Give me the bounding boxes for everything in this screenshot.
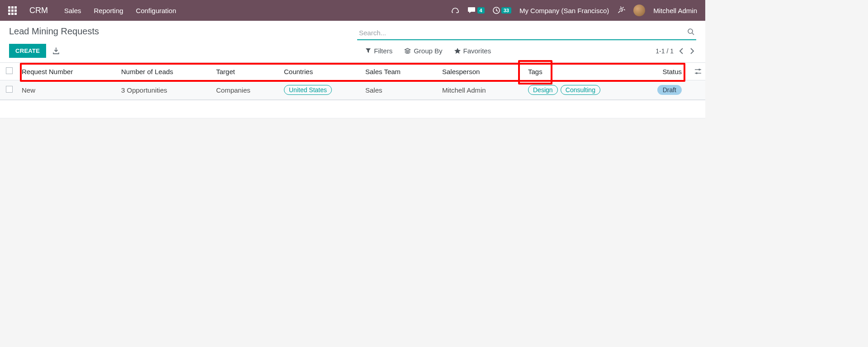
header-request-number[interactable]: Request Number — [18, 63, 118, 80]
cell-request-number: New — [18, 80, 118, 100]
select-all-checkbox[interactable] — [6, 67, 13, 74]
header-sales-team[interactable]: Sales Team — [362, 63, 439, 80]
search-input[interactable] — [357, 26, 696, 40]
top-navbar: CRM Sales Reporting Configuration 4 33 M… — [0, 0, 705, 21]
header-salesperson[interactable]: Salesperson — [439, 63, 524, 80]
header-num-leads[interactable]: Number of Leads — [118, 63, 212, 80]
header-tags-label: Tags — [528, 68, 542, 75]
svg-point-2 — [698, 69, 700, 70]
cell-num-leads: 3 Opportunities — [118, 80, 212, 100]
cell-status: Draft — [637, 80, 691, 100]
control-panel: Lead Mining Requests CREATE Filters Grou… — [0, 21, 705, 63]
table-footer-spacer — [0, 100, 705, 118]
filters-button[interactable]: Filters — [365, 47, 392, 55]
avatar[interactable] — [633, 5, 645, 16]
tag-pill: Consulting — [561, 85, 600, 95]
pager-next[interactable] — [689, 48, 695, 54]
tag-pill: Design — [528, 85, 558, 95]
favorites-label: Favorites — [463, 47, 491, 55]
nav-right: 4 33 My Company (San Francisco) Mitchell… — [451, 5, 697, 16]
table-header-row: Request Number Number of Leads Target Co… — [0, 63, 705, 80]
header-checkbox-col — [0, 63, 18, 80]
search-wrap — [357, 26, 696, 40]
list-table: Request Number Number of Leads Target Co… — [0, 63, 705, 100]
filters-label: Filters — [374, 47, 392, 55]
nav-menu: Sales Reporting Configuration — [64, 7, 176, 14]
nav-reporting[interactable]: Reporting — [94, 7, 123, 14]
header-status[interactable]: Status — [637, 63, 691, 80]
activities-icon[interactable]: 33 — [493, 7, 511, 14]
page-title: Lead Mining Requests — [9, 26, 357, 37]
pager[interactable]: 1-1 / 1 — [656, 47, 674, 55]
cell-countries: United States — [280, 80, 362, 100]
app-brand[interactable]: CRM — [29, 6, 48, 15]
activities-badge: 33 — [501, 7, 511, 14]
svg-point-3 — [696, 72, 698, 74]
apps-icon[interactable] — [8, 6, 17, 15]
support-icon[interactable] — [451, 7, 460, 14]
country-pill: United States — [284, 85, 332, 95]
company-selector[interactable]: My Company (San Francisco) — [519, 7, 609, 14]
filter-icon — [365, 48, 371, 54]
nav-sales[interactable]: Sales — [64, 7, 81, 14]
search-icon[interactable] — [687, 28, 694, 35]
header-settings[interactable] — [691, 63, 705, 80]
sliders-icon — [694, 68, 702, 75]
row-checkbox[interactable] — [6, 86, 13, 93]
username[interactable]: Mitchell Admin — [653, 7, 697, 14]
cell-tags: Design Consulting — [524, 80, 637, 100]
create-button[interactable]: CREATE — [9, 44, 46, 58]
table-row[interactable]: New 3 Opportunities Companies United Sta… — [0, 80, 705, 100]
groupby-button[interactable]: Group By — [404, 47, 442, 55]
favorites-button[interactable]: Favorites — [454, 47, 491, 55]
cell-target: Companies — [212, 80, 280, 100]
table-wrap: Request Number Number of Leads Target Co… — [0, 63, 705, 100]
svg-point-1 — [688, 29, 693, 33]
debug-icon[interactable] — [617, 6, 625, 14]
cell-salesperson: Mitchell Admin — [439, 80, 524, 100]
layers-icon — [404, 48, 411, 54]
status-pill: Draft — [657, 85, 682, 95]
cell-sales-team: Sales — [362, 80, 439, 100]
star-icon — [454, 48, 461, 54]
header-tags[interactable]: Tags — [524, 63, 637, 80]
messages-icon[interactable]: 4 — [468, 7, 485, 14]
pager-prev[interactable] — [678, 48, 684, 54]
nav-configuration[interactable]: Configuration — [136, 7, 176, 14]
header-countries[interactable]: Countries — [280, 63, 362, 80]
nav-left: CRM Sales Reporting Configuration — [8, 6, 176, 15]
header-target[interactable]: Target — [212, 63, 280, 80]
import-icon[interactable] — [52, 47, 60, 55]
messages-badge: 4 — [477, 7, 485, 14]
groupby-label: Group By — [414, 47, 442, 55]
